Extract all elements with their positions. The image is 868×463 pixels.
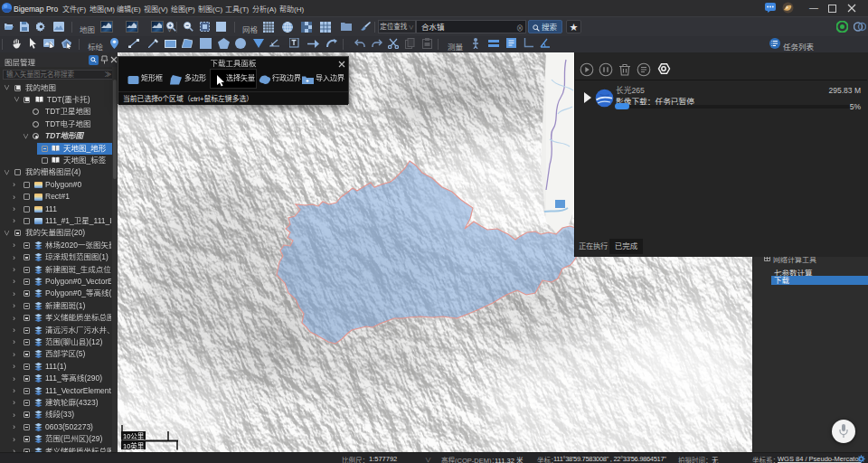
- svg-text:10公里: 10公里: [123, 432, 145, 440]
- svg-text:10英里: 10英里: [123, 441, 145, 450]
